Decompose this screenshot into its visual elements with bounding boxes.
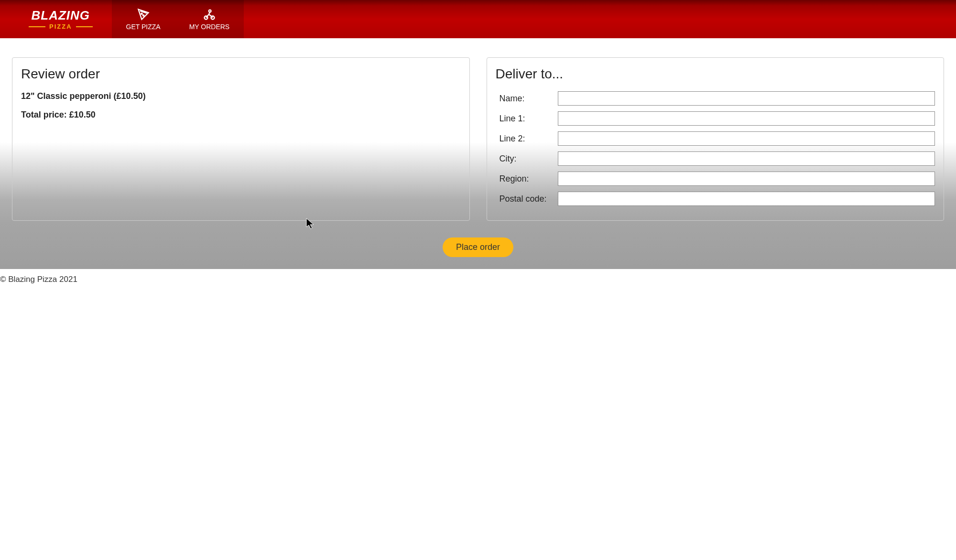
city-label: City: xyxy=(496,154,558,164)
postal-label: Postal code: xyxy=(496,194,558,204)
panels-row: Review order 12" Classic pepperoni (£10.… xyxy=(12,57,944,221)
svg-point-2 xyxy=(209,10,211,12)
logo-main-text: BLAZING xyxy=(32,8,90,23)
page-footer: © Blazing Pizza 2021 xyxy=(0,269,956,290)
form-row-line1: Line 1: xyxy=(496,111,935,126)
line1-input[interactable] xyxy=(558,111,935,126)
deliver-to-panel: Deliver to... Name: Line 1: Line 2: City… xyxy=(487,57,945,221)
action-row: Place order xyxy=(12,237,944,257)
order-total: Total price: £10.50 xyxy=(21,110,461,120)
name-input[interactable] xyxy=(558,91,935,106)
pizza-slice-icon xyxy=(137,8,150,21)
region-input[interactable] xyxy=(558,172,935,186)
main-nav: GET PIZZA MY ORDERS xyxy=(112,0,244,38)
form-row-city: City: xyxy=(496,151,935,166)
form-row-region: Region: xyxy=(496,172,935,186)
nav-my-orders-label: MY ORDERS xyxy=(189,23,230,31)
checkout-content: Review order 12" Classic pepperoni (£10.… xyxy=(0,38,956,269)
place-order-button[interactable]: Place order xyxy=(443,237,513,257)
brand-logo: BLAZING PIZZA xyxy=(10,8,112,30)
name-label: Name: xyxy=(496,94,558,104)
review-order-panel: Review order 12" Classic pepperoni (£10.… xyxy=(12,57,470,221)
delivery-bike-icon xyxy=(203,8,216,21)
nav-get-pizza-label: GET PIZZA xyxy=(126,23,161,31)
line2-label: Line 2: xyxy=(496,134,558,144)
postal-input[interactable] xyxy=(558,192,935,206)
total-value: £10.50 xyxy=(69,110,96,119)
review-order-title: Review order xyxy=(21,66,461,82)
copyright-text: © Blazing Pizza 2021 xyxy=(0,275,77,284)
deliver-to-title: Deliver to... xyxy=(496,66,935,82)
total-label: Total price: xyxy=(21,110,67,119)
order-line-item: 12" Classic pepperoni (£10.50) xyxy=(21,91,461,101)
logo-sub-text: PIZZA xyxy=(29,23,93,30)
city-input[interactable] xyxy=(558,151,935,166)
nav-get-pizza[interactable]: GET PIZZA xyxy=(112,0,175,38)
line1-label: Line 1: xyxy=(496,114,558,124)
region-label: Region: xyxy=(496,174,558,184)
form-row-name: Name: xyxy=(496,91,935,106)
nav-my-orders[interactable]: MY ORDERS xyxy=(175,0,244,38)
line2-input[interactable] xyxy=(558,131,935,146)
form-row-postal: Postal code: xyxy=(496,192,935,206)
top-header: BLAZING PIZZA GET PIZZA MY ORDERS xyxy=(0,0,956,38)
form-row-line2: Line 2: xyxy=(496,131,935,146)
